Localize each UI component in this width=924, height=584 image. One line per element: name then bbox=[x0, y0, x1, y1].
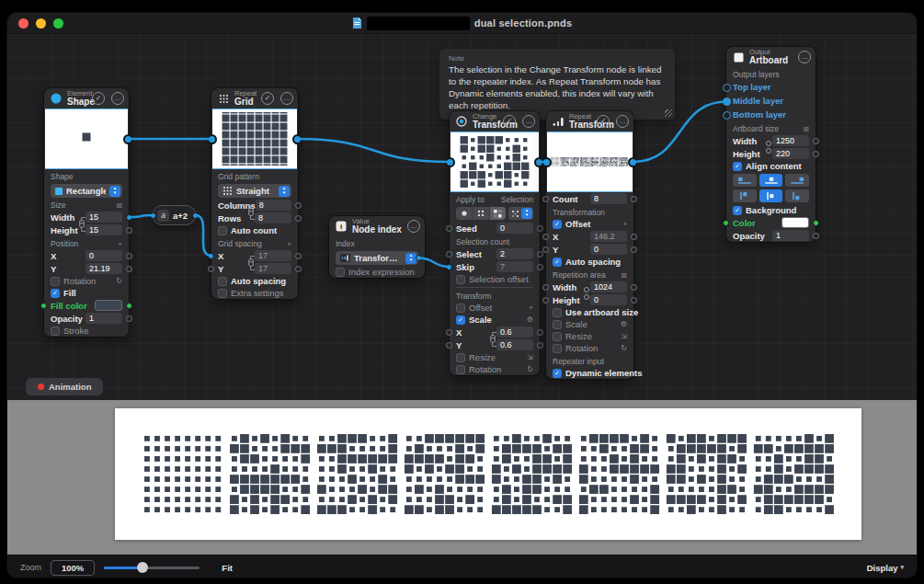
ct-resize-checkbox[interactable] bbox=[456, 353, 465, 362]
plus-icon[interactable]: + bbox=[622, 220, 627, 228]
plus-icon[interactable]: + bbox=[118, 240, 122, 248]
apply-selection-segment[interactable] bbox=[490, 207, 506, 220]
apply-all-segment[interactable] bbox=[473, 207, 488, 220]
grid-dropdown[interactable]: Straight▲▼ bbox=[218, 184, 291, 198]
rt-resize-checkbox[interactable] bbox=[553, 332, 562, 341]
node-port[interactable] bbox=[542, 284, 549, 291]
rt-use-artboard-size-checkbox[interactable] bbox=[553, 308, 562, 317]
apply-to-segmented[interactable] bbox=[456, 207, 506, 220]
node-port[interactable] bbox=[126, 315, 132, 322]
rot-icon[interactable]: ↻ bbox=[527, 365, 533, 373]
link-icon[interactable] bbox=[492, 332, 496, 347]
boxed-icon[interactable]: ⊞ bbox=[621, 271, 627, 280]
artboard-height-field[interactable]: 220 bbox=[772, 148, 809, 159]
note-box[interactable]: Note The selection in the Change Transfo… bbox=[439, 49, 675, 120]
node-port[interactable] bbox=[542, 297, 549, 303]
node-port[interactable] bbox=[295, 253, 302, 259]
ct-offset-checkbox[interactable] bbox=[456, 303, 465, 313]
node-port[interactable] bbox=[295, 215, 302, 222]
node-port[interactable] bbox=[537, 342, 543, 349]
node-enabled-toggle[interactable]: ✓ bbox=[92, 92, 105, 105]
shape-opacity-field[interactable]: 1 bbox=[86, 313, 122, 324]
rt-x-field[interactable]: 146.2 bbox=[590, 231, 627, 242]
gear-icon[interactable]: ⚙ bbox=[621, 320, 627, 328]
gear-icon[interactable]: ⚙ bbox=[527, 315, 533, 324]
shape-height-field[interactable]: 15 bbox=[86, 224, 122, 235]
node-menu-button[interactable]: … bbox=[280, 92, 293, 105]
ct-skip-field[interactable]: 7 bbox=[496, 261, 533, 272]
rt-out[interactable] bbox=[628, 157, 638, 167]
grid-out[interactable] bbox=[292, 134, 302, 144]
grid-auto-spacing-checkbox[interactable] bbox=[218, 277, 227, 286]
artboard-align-content-checkbox[interactable]: ✓ bbox=[733, 162, 742, 171]
grid-auto-count-checkbox[interactable] bbox=[218, 226, 227, 235]
unlink-icon[interactable] bbox=[769, 141, 772, 154]
color-port[interactable] bbox=[723, 84, 731, 92]
rt-width-field[interactable]: 1024 bbox=[590, 281, 627, 292]
rt-auto-spacing-checkbox[interactable]: ✓ bbox=[553, 258, 562, 267]
rot-icon[interactable]: ↻ bbox=[621, 344, 627, 352]
color-port[interactable] bbox=[813, 220, 819, 226]
node-port[interactable] bbox=[208, 266, 214, 272]
align-v-2-segment[interactable] bbox=[785, 189, 809, 202]
node-shape[interactable]: ElementShape✓…ShapeRectangle▲▼Size⊞Width… bbox=[44, 88, 129, 337]
node-port[interactable] bbox=[295, 266, 302, 272]
shape-stroke-checkbox[interactable] bbox=[51, 326, 60, 336]
ct-rotation-checkbox[interactable] bbox=[456, 365, 465, 374]
artboard-opacity-field[interactable]: 1 bbox=[772, 230, 809, 241]
titlebar[interactable]: dual selection.pnds bbox=[7, 13, 917, 34]
grid-rows-field[interactable]: 8 bbox=[255, 212, 291, 223]
node-header[interactable]: ChangeTransform✓… bbox=[450, 111, 540, 132]
ct-scale-checkbox[interactable]: ✓ bbox=[456, 315, 465, 325]
align-v-0-segment[interactable] bbox=[733, 189, 757, 202]
nodeindex-index-expression-checkbox[interactable] bbox=[336, 268, 345, 277]
rot-icon[interactable]: ↻ bbox=[116, 277, 122, 285]
node-enabled-toggle[interactable]: ✓ bbox=[503, 115, 516, 128]
node-port[interactable] bbox=[813, 233, 819, 239]
align-h-2-segment[interactable] bbox=[785, 174, 809, 187]
shape-width-field[interactable]: 15 bbox=[86, 212, 122, 223]
node-ct[interactable]: ChangeTransform✓…Apply toSelection▲▼Seed… bbox=[450, 111, 540, 375]
resize-icon[interactable]: ⇲ bbox=[621, 332, 627, 340]
node-enabled-toggle[interactable]: ✓ bbox=[597, 115, 610, 128]
node-port[interactable] bbox=[631, 234, 637, 240]
grid-extra-settings-checkbox[interactable] bbox=[218, 289, 227, 298]
color-swatch[interactable] bbox=[781, 217, 809, 228]
ct-seed-field[interactable]: 0 bbox=[496, 223, 533, 234]
plus-icon[interactable]: + bbox=[287, 240, 291, 248]
ab-mid[interactable] bbox=[723, 97, 731, 106]
zoom-value-field[interactable]: 100% bbox=[51, 560, 95, 576]
rt-rotation-checkbox[interactable] bbox=[553, 344, 562, 353]
ct-selection-offset-checkbox[interactable] bbox=[456, 275, 465, 284]
shape-w[interactable] bbox=[126, 214, 132, 221]
node-port[interactable] bbox=[631, 196, 637, 202]
align-h-1-segment[interactable] bbox=[759, 174, 783, 187]
grid-x[interactable] bbox=[208, 253, 214, 259]
node-port[interactable] bbox=[631, 284, 637, 291]
node-menu-button[interactable]: … bbox=[616, 115, 629, 128]
node-port[interactable] bbox=[446, 329, 452, 336]
grid-x-field[interactable]: 17 bbox=[255, 250, 291, 261]
link-icon[interactable] bbox=[81, 217, 86, 232]
color-swatch[interactable] bbox=[95, 300, 122, 311]
node-expression[interactable]: aa+2 bbox=[153, 205, 196, 225]
rt-y-field[interactable]: 0 bbox=[590, 244, 627, 255]
apply-element-segment[interactable] bbox=[456, 207, 472, 220]
node-port[interactable] bbox=[126, 253, 132, 259]
rt-in[interactable] bbox=[542, 157, 552, 167]
expr-out[interactable] bbox=[192, 212, 199, 219]
align-v-1-segment[interactable] bbox=[759, 189, 783, 202]
grid-in[interactable] bbox=[207, 134, 217, 144]
artboard-width-field[interactable]: 1250 bbox=[772, 135, 809, 146]
node-artboard[interactable]: OutputArtboard…Output layersTop layerMid… bbox=[726, 47, 816, 242]
node-port[interactable] bbox=[537, 329, 543, 336]
node-menu-button[interactable]: … bbox=[522, 115, 535, 128]
nodeindex-dropdown[interactable]: Transfor…▲▼ bbox=[336, 251, 418, 265]
color-port[interactable] bbox=[723, 220, 729, 226]
expression-text[interactable]: a+2 bbox=[173, 211, 188, 221]
display-menu-button[interactable]: Display ▾ bbox=[867, 563, 904, 573]
node-header[interactable]: ElementShape✓… bbox=[44, 88, 129, 109]
node-port[interactable] bbox=[631, 246, 637, 253]
rt-dynamic-elements-checkbox[interactable]: ✓ bbox=[553, 369, 562, 378]
node-port[interactable] bbox=[126, 266, 132, 272]
